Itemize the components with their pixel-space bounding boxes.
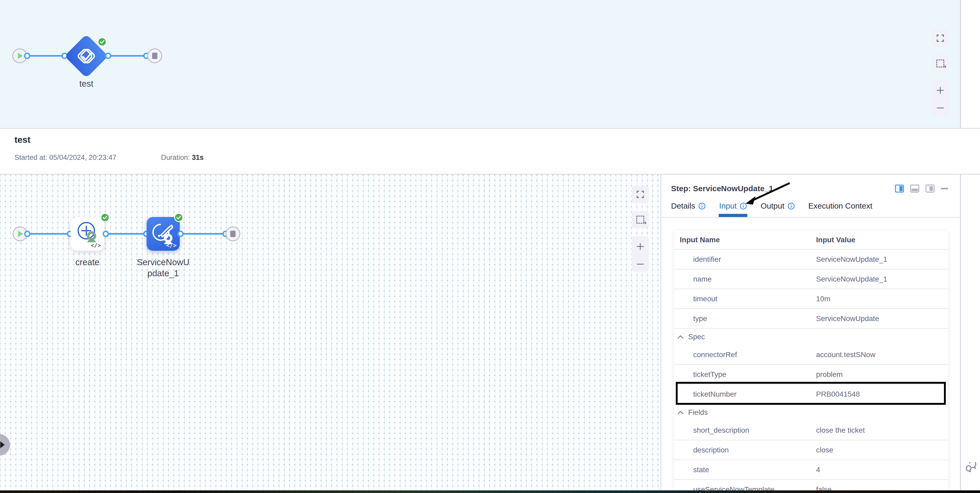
success-badge-icon — [100, 213, 110, 222]
table-section-header[interactable]: Fields — [674, 404, 948, 421]
layout-drawer-button[interactable] — [926, 185, 934, 193]
input-name-cell: useServiceNowTemplate — [680, 485, 814, 491]
edge-port — [105, 53, 111, 59]
step-graph-canvas[interactable]: </> create </> ServiceNowUpdate_1 — [0, 175, 660, 490]
zoom-in-icon — [936, 86, 945, 95]
step-label: ServiceNowUpdate_1 — [137, 257, 189, 279]
input-name-cell: type — [680, 314, 814, 323]
servicenow-update-icon — [150, 219, 176, 246]
pipeline-execution-page: { "top_pipeline": { "stage_label": "test… — [0, 0, 980, 493]
step-label: create — [61, 257, 114, 268]
stage-icon — [76, 46, 97, 67]
zoom-in-icon — [636, 242, 645, 251]
minimize-panel-button[interactable] — [941, 188, 948, 189]
bottom-screen-sliver — [0, 490, 980, 493]
fullscreen-button[interactable] — [632, 186, 649, 203]
edge-port — [24, 53, 30, 59]
table-row[interactable]: ticketType problem — [674, 364, 948, 384]
layout-right-split-button[interactable] — [895, 185, 904, 193]
marquee-select-button[interactable] — [932, 55, 949, 72]
input-value-cell: account.testSNow — [814, 351, 948, 359]
create-step-icon — [74, 219, 99, 244]
input-name-cell: ticketNumber — [680, 390, 814, 399]
section-label: Fields — [688, 408, 708, 416]
marquee-select-button[interactable] — [632, 211, 649, 228]
input-name-cell: name — [680, 275, 814, 283]
column-header-input-name: Input Name — [680, 236, 814, 244]
table-row[interactable]: connectorRef account.testSNow — [674, 345, 948, 364]
stage-graph-canvas[interactable]: test — [0, 0, 960, 128]
input-value-cell: ServiceNowUpdate_1 — [814, 275, 948, 283]
table-row[interactable]: name ServiceNowUpdate_1 — [674, 269, 948, 289]
table-section-header[interactable]: Spec — [674, 328, 948, 345]
marquee-icon — [936, 59, 944, 67]
input-value-cell: 4 — [814, 466, 948, 474]
input-value-cell: PRB0041548 — [814, 390, 948, 399]
run-title: test — [14, 134, 30, 145]
column-header-input-value: Input Value — [814, 236, 948, 244]
input-value-cell: ServiceNowUpdate — [814, 314, 948, 323]
play-icon — [18, 53, 23, 59]
marquee-icon — [636, 216, 644, 223]
input-name-cell: state — [680, 466, 814, 474]
input-table: Input Name Input Value identifier Servic… — [674, 230, 948, 490]
chevron-up-icon — [678, 335, 683, 339]
zoom-out-icon — [936, 106, 945, 110]
canvas-controls — [932, 29, 949, 115]
table-row[interactable]: identifier ServiceNowUpdate_1 — [674, 250, 948, 269]
help-chat-icon[interactable] — [965, 462, 977, 473]
zoom-controls[interactable] — [932, 80, 949, 115]
input-name-cell: short_description — [680, 426, 814, 434]
info-icon[interactable] — [698, 203, 706, 210]
table-row[interactable]: description close — [674, 440, 948, 459]
table-row[interactable]: short_description close the ticket — [674, 421, 948, 440]
tab-execution-context[interactable]: Execution Context — [808, 201, 872, 217]
step-node-servicenowupdate[interactable]: </> — [146, 217, 180, 251]
panel-layout-controls — [895, 185, 948, 193]
input-name-cell: connectorRef — [680, 351, 814, 359]
canvas-controls — [632, 186, 649, 271]
stage-label: test — [60, 78, 113, 89]
edge-port — [177, 231, 184, 237]
table-row[interactable]: timeout 10m — [674, 289, 948, 308]
layout-bottom-split-button[interactable] — [910, 185, 919, 193]
run-started: Started at: 05/04/2024, 20:23:47 — [14, 153, 116, 162]
stop-icon — [230, 231, 235, 237]
input-name-cell: description — [680, 446, 814, 454]
input-value-cell: close — [814, 446, 948, 454]
step-node-create[interactable]: </> — [70, 217, 104, 251]
zoom-out-icon — [636, 263, 645, 266]
expand-arrow-icon — [0, 441, 5, 448]
code-glyph: </> — [166, 242, 177, 249]
table-row[interactable]: state 4 — [674, 459, 948, 479]
input-value-cell: close the ticket — [814, 426, 948, 434]
right-side-strip — [961, 175, 980, 490]
input-value-cell: false — [814, 485, 948, 491]
input-name-cell: timeout — [680, 295, 814, 303]
tabs-divider — [661, 217, 960, 217]
play-icon — [18, 231, 23, 237]
tab-details[interactable]: Details — [671, 201, 706, 217]
input-value-cell: 10m — [814, 295, 948, 303]
run-header: test Started at: 05/04/2024, 20:23:47 Du… — [0, 128, 980, 175]
chevron-up-icon — [678, 411, 683, 414]
edge-port — [103, 231, 109, 237]
code-glyph: </> — [91, 242, 101, 249]
input-table-header: Input Name Input Value — [674, 230, 948, 250]
input-table-body: identifier ServiceNowUpdate_1 name Servi… — [674, 250, 948, 490]
step-end-node[interactable] — [226, 227, 240, 241]
stop-icon — [152, 53, 158, 59]
input-value-cell: problem — [814, 370, 948, 379]
pipeline-end-node[interactable] — [147, 48, 162, 63]
success-badge-icon — [174, 213, 183, 222]
table-row[interactable]: useServiceNowTemplate false — [674, 479, 948, 490]
table-row-highlighted[interactable]: ticketNumber PRB0041548 — [674, 384, 948, 404]
section-label: Spec — [688, 333, 705, 341]
run-duration: Duration: 31s — [161, 153, 204, 162]
input-name-cell: identifier — [680, 255, 814, 263]
table-row[interactable]: type ServiceNowUpdate — [674, 308, 948, 328]
success-badge-icon — [98, 37, 107, 46]
step-details-panel: Step: ServiceNowUpdate_1 Details Input O… — [660, 175, 960, 490]
zoom-controls[interactable] — [632, 236, 649, 271]
fullscreen-button[interactable] — [932, 29, 949, 47]
